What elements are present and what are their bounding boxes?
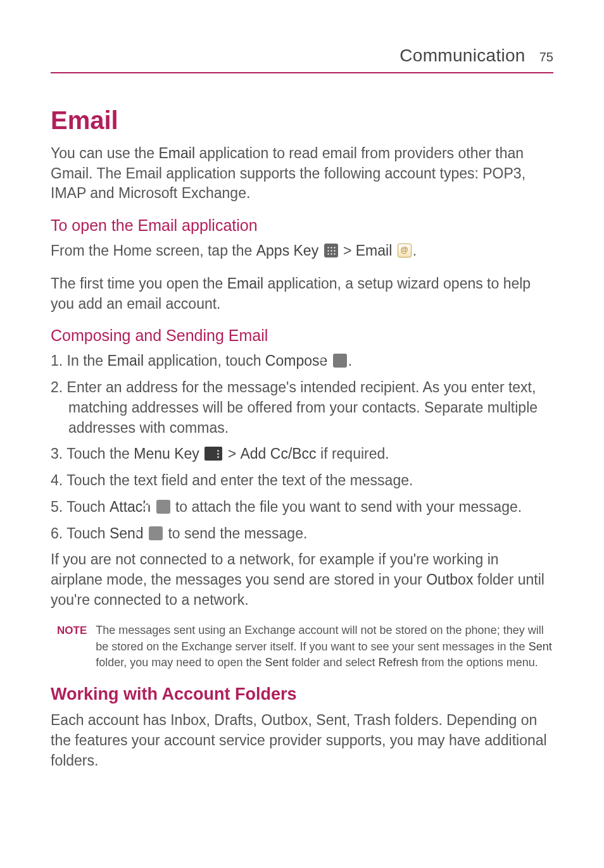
page: Communication 75 Email You can use the E… [0, 0, 604, 868]
text: In the [67, 352, 108, 369]
text: > [339, 242, 356, 259]
step-2: 2. Enter an address for the message's in… [51, 378, 553, 438]
step-1: 1. In the Email application, touch Compo… [51, 351, 553, 371]
attach-icon [156, 500, 170, 514]
text: folder, you may need to open the [96, 656, 265, 669]
note-block: NOTE The messages sent using an Exchange… [51, 623, 553, 671]
text: to send the message. [164, 525, 307, 542]
step-3: 3. Touch the Menu Key > Add Cc/Bcc if re… [51, 444, 553, 464]
page-header: Communication 75 [51, 46, 553, 73]
page-number: 75 [539, 50, 553, 65]
email-bold: Email [159, 145, 196, 161]
open-email-step: From the Home screen, tap the Apps Key >… [51, 241, 553, 261]
text: folder and select [288, 656, 378, 669]
refresh-bold: Refresh [379, 656, 418, 669]
email-bold: Email [108, 352, 144, 369]
apps-key-icon [324, 244, 338, 257]
text: Touch [66, 525, 110, 542]
email-bold: Email [227, 275, 264, 292]
outbox-paragraph: If you are not connected to a network, f… [51, 550, 553, 610]
text: The messages sent using an Exchange acco… [96, 624, 543, 652]
text: You can use the [51, 145, 159, 161]
folders-heading: Working with Account Folders [51, 685, 553, 704]
text: Touch the [66, 445, 134, 462]
text: to attach the file you want to send with… [172, 499, 522, 515]
email-app-icon [398, 244, 412, 257]
text: . [413, 242, 417, 259]
step-num: 1. [51, 352, 67, 369]
menu-key-label: Menu Key [134, 445, 199, 462]
email-label: Email [356, 242, 393, 259]
text: Touch [66, 499, 110, 515]
step-num: 4. [51, 472, 66, 488]
text: > [223, 445, 240, 462]
step-num: 6. [51, 525, 66, 542]
open-email-heading: To open the Email application [51, 216, 553, 235]
text: application, touch [144, 352, 265, 369]
text: From the Home screen, tap the [51, 242, 256, 259]
sent-bold: Sent [265, 656, 288, 669]
text: The first time you open the [51, 275, 227, 292]
text: from the options menu. [418, 656, 538, 669]
send-icon [149, 526, 163, 540]
text: Touch the text field and enter the text … [66, 472, 413, 488]
email-heading: Email [51, 106, 553, 135]
apps-key-label: Apps Key [256, 242, 318, 259]
add-cc-bcc-label: Add Cc/Bcc [240, 445, 316, 462]
compose-heading: Composing and Sending Email [51, 326, 553, 345]
text: if required. [317, 445, 389, 462]
step-num: 3. [51, 445, 66, 462]
compose-icon [333, 354, 347, 368]
email-intro: You can use the Email application to rea… [51, 144, 553, 204]
open-email-desc: The first time you open the Email applic… [51, 274, 553, 314]
step-num: 2. [51, 379, 67, 395]
step-6: 6. Touch Send to send the message. [51, 524, 553, 544]
step-4: 4. Touch the text field and enter the te… [51, 471, 553, 491]
note-label: NOTE [57, 623, 87, 671]
text: Enter an address for the message's inten… [67, 379, 538, 435]
sent-bold: Sent [529, 640, 552, 653]
header-section-title: Communication [400, 46, 525, 66]
step-5: 5. Touch Attach to attach the file you w… [51, 497, 553, 518]
folders-paragraph: Each account has Inbox, Drafts, Outbox, … [51, 710, 553, 771]
outbox-bold: Outbox [426, 571, 473, 588]
step-num: 5. [51, 499, 66, 515]
text: . [348, 352, 352, 369]
menu-key-icon [204, 447, 222, 461]
note-text: The messages sent using an Exchange acco… [96, 623, 553, 671]
